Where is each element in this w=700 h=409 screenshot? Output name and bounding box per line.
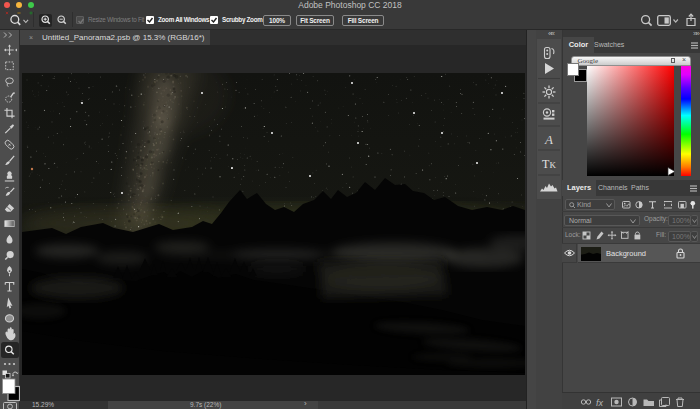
svg-text:TK: TK [542,157,556,171]
svg-text:fx: fx [596,398,604,408]
svg-text:A: A [544,132,553,147]
